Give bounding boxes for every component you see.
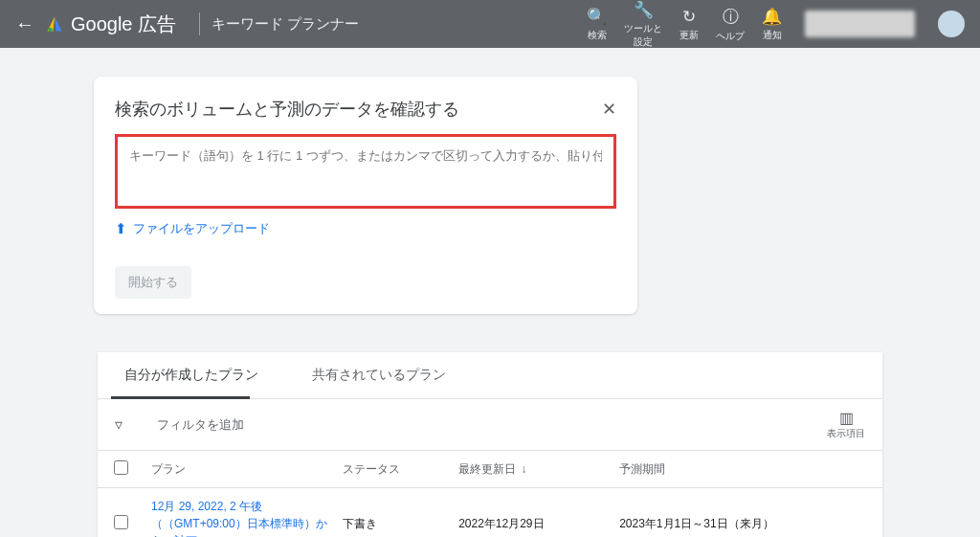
nav-help-label: ヘルプ	[716, 30, 745, 43]
svg-point-0	[48, 28, 53, 33]
col-checkbox	[98, 451, 144, 488]
nav-refresh-label: 更新	[679, 29, 699, 42]
help-icon: ⓘ	[723, 6, 739, 28]
keyword-input-box[interactable]	[115, 134, 616, 209]
forecast-card: 検索のボリュームと予測のデータを確認する ✕ ⬆ ファイルをアップロード 開始す…	[94, 77, 637, 314]
start-button[interactable]: 開始する	[115, 266, 191, 299]
refresh-icon: ↻	[682, 7, 696, 27]
nav-notif-label: 通知	[763, 29, 782, 42]
tab-my-plans[interactable]: 自分が作成したプラン	[98, 352, 285, 398]
google-ads-logo-icon	[46, 15, 63, 33]
keyword-input[interactable]	[129, 148, 602, 163]
upload-icon: ⬆	[115, 220, 127, 237]
bell-icon: 🔔	[762, 7, 782, 27]
row-checkbox-cell	[98, 488, 144, 538]
col-updated-label: 最終更新日	[458, 462, 516, 476]
nav-tools-label: ツールと 設定	[624, 22, 662, 49]
card-title: 検索のボリュームと予測のデータを確認する	[115, 98, 459, 121]
header-separator	[199, 12, 200, 35]
col-plan[interactable]: プラン	[144, 451, 335, 488]
plans-panel: 自分が作成したプラン 共有されているプラン ▿ フィルタを追加 ▥ 表示項目 プ…	[98, 352, 882, 537]
row-checkbox[interactable]	[114, 515, 128, 529]
brand-label: Google 広告	[71, 11, 176, 37]
plans-tabs: 自分が作成したプラン 共有されているプラン	[98, 352, 882, 399]
page-content: 検索のボリュームと予測のデータを確認する ✕ ⬆ ファイルをアップロード 開始す…	[0, 48, 980, 537]
col-updated[interactable]: 最終更新日 ↓	[451, 451, 612, 488]
col-status[interactable]: ステータス	[335, 451, 451, 488]
nav-search[interactable]: 🔍 検索	[587, 7, 607, 42]
plan-link[interactable]: 12月 29, 2022, 2 午後（（GMT+09:00）日本標準時）からの計…	[144, 488, 335, 538]
plan-period: 2023年1月1日～31日（来月）	[612, 488, 882, 538]
columns-label: 表示項目	[827, 427, 865, 440]
select-all-checkbox[interactable]	[114, 460, 128, 475]
col-period[interactable]: 予測期間	[612, 451, 882, 488]
account-selector[interactable]	[805, 11, 915, 37]
close-icon[interactable]: ✕	[602, 99, 616, 120]
nav-refresh[interactable]: ↻ 更新	[679, 7, 699, 42]
tab-shared-plans[interactable]: 共有されているプラン	[285, 352, 473, 398]
header-tools: 🔍 検索 🔧 ツールと 設定 ↻ 更新 ⓘ ヘルプ 🔔 通知	[587, 0, 965, 49]
sort-down-icon: ↓	[522, 462, 527, 476]
user-avatar[interactable]	[938, 11, 965, 37]
upload-label: ファイルをアップロード	[133, 220, 270, 237]
filter-bar: ▿ フィルタを追加 ▥ 表示項目	[98, 399, 882, 451]
filter-icon[interactable]: ▿	[115, 415, 122, 434]
search-icon: 🔍	[587, 7, 607, 27]
columns-toggle[interactable]: ▥ 表示項目	[827, 409, 865, 440]
add-filter-link[interactable]: フィルタを追加	[157, 416, 244, 434]
back-arrow-icon[interactable]: ←	[15, 13, 34, 35]
upload-file-link[interactable]: ⬆ ファイルをアップロード	[115, 220, 270, 237]
wrench-icon: 🔧	[634, 0, 654, 20]
nav-tools-settings[interactable]: 🔧 ツールと 設定	[624, 0, 662, 49]
table-row: 12月 29, 2022, 2 午後（（GMT+09:00）日本標準時）からの計…	[98, 488, 882, 538]
nav-search-label: 検索	[588, 29, 607, 42]
card-header: 検索のボリュームと予測のデータを確認する ✕	[115, 98, 616, 121]
nav-notifications[interactable]: 🔔 通知	[762, 7, 782, 42]
plan-updated: 2022年12月29日	[451, 488, 612, 538]
product-title: キーワード プランナー	[212, 15, 359, 34]
columns-icon: ▥	[839, 409, 854, 427]
app-header: ← Google 広告 キーワード プランナー 🔍 検索 🔧 ツールと 設定 ↻…	[0, 0, 980, 48]
plan-status: 下書き	[335, 488, 451, 538]
plans-table: プラン ステータス 最終更新日 ↓ 予測期間 12月 29, 2022, 2 午…	[98, 451, 882, 537]
nav-help[interactable]: ⓘ ヘルプ	[716, 6, 745, 43]
